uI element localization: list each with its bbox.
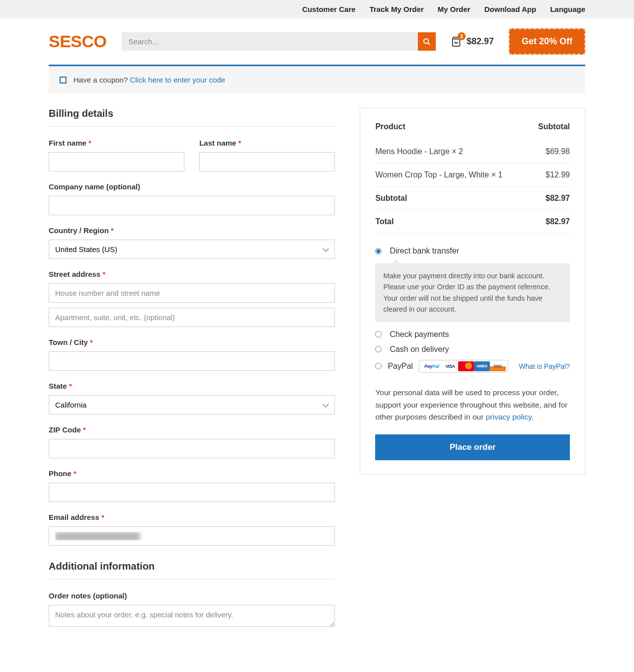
payment-radio-check[interactable]: [375, 331, 382, 337]
cart-link[interactable]: 3 $82.97: [451, 36, 494, 47]
payment-radio-bank[interactable]: [375, 248, 382, 254]
street-input-2[interactable]: [49, 308, 335, 327]
payment-radio-paypal[interactable]: [375, 363, 382, 369]
cart-total: $82.97: [467, 36, 494, 47]
company-input[interactable]: [49, 196, 335, 215]
coupon-link[interactable]: Click here to enter your code: [130, 76, 225, 84]
billing-heading: Billing details: [49, 108, 335, 119]
subtotal-row: Subtotal $82.97: [375, 187, 570, 210]
street-label: Street address *: [49, 270, 335, 278]
topbar-link-download-app[interactable]: Download App: [484, 5, 536, 13]
notes-textarea[interactable]: [49, 605, 335, 627]
payment-label-paypal[interactable]: PayPal: [388, 362, 413, 371]
billing-column: Billing details First name * Last name *…: [49, 108, 360, 640]
first-name-label: First name *: [49, 139, 184, 147]
privacy-policy-link[interactable]: privacy policy: [486, 413, 532, 421]
street-input-1[interactable]: [49, 283, 335, 303]
divider: [49, 126, 335, 127]
zip-label: ZIP Code *: [49, 425, 335, 434]
additional-heading: Additional information: [49, 561, 335, 572]
topbar: Customer Care Track My Order My Order Do…: [0, 0, 634, 18]
last-name-label: Last name *: [199, 139, 335, 147]
last-name-input[interactable]: [199, 152, 335, 171]
company-label: Company name (optional): [49, 182, 335, 191]
order-summary: Product Subtotal Mens Hoodie - Large × 2…: [360, 108, 585, 475]
subtotal-head: Subtotal: [538, 122, 570, 131]
total-row: Total $82.97: [375, 210, 570, 234]
search-button[interactable]: [418, 32, 436, 51]
order-item: Mens Hoodie - Large × 2 $69.98: [375, 140, 570, 164]
zip-input[interactable]: [49, 439, 335, 458]
email-input[interactable]: [49, 526, 335, 546]
coupon-icon: [60, 77, 67, 84]
payment-label-check[interactable]: Check payments: [390, 330, 449, 339]
divider: [49, 579, 335, 580]
topbar-link-customer-care[interactable]: Customer Care: [302, 5, 356, 13]
order-item-price: $12.99: [546, 170, 570, 179]
order-item-name: Women Crop Top - Large, White × 1: [375, 170, 502, 179]
first-name-input[interactable]: [49, 152, 184, 171]
state-select[interactable]: California: [49, 395, 335, 415]
place-order-button[interactable]: Place order: [375, 434, 570, 460]
product-head: Product: [375, 122, 405, 131]
coupon-bar: Have a coupon? Click here to enter your …: [49, 66, 585, 93]
coupon-prompt: Have a coupon?: [74, 76, 128, 84]
email-label: Email address *: [49, 513, 335, 521]
topbar-link-my-order[interactable]: My Order: [438, 5, 471, 13]
header: SESCO 3 $82.97 Get 20% Off: [39, 18, 595, 65]
svg-line-1: [428, 43, 430, 45]
country-label: Country / Region *: [49, 226, 335, 235]
phone-label: Phone *: [49, 469, 335, 478]
topbar-link-track-order[interactable]: Track My Order: [370, 5, 424, 13]
payment-label-bank[interactable]: Direct bank transfer: [390, 247, 459, 255]
phone-input[interactable]: [49, 483, 335, 502]
search-form: [122, 32, 436, 51]
payment-methods: Direct bank transfer Make your payment d…: [375, 244, 570, 376]
city-input[interactable]: [49, 351, 335, 371]
order-item: Women Crop Top - Large, White × 1 $12.99: [375, 164, 570, 187]
cart-badge: 3: [458, 32, 466, 40]
payment-bank-description: Make your payment directly into our bank…: [375, 263, 570, 322]
search-input[interactable]: [122, 32, 418, 51]
logo[interactable]: SESCO: [49, 32, 107, 51]
what-is-paypal-link[interactable]: What is PayPal?: [519, 362, 570, 370]
svg-point-0: [424, 39, 428, 43]
privacy-text: Your personal data will be used to proce…: [375, 387, 570, 423]
state-label: State *: [49, 382, 335, 390]
country-select[interactable]: United States (US): [49, 240, 335, 259]
order-item-name: Mens Hoodie - Large × 2: [375, 147, 463, 156]
order-item-price: $69.98: [546, 147, 570, 156]
paypal-cards-icon: PayPal VISA AMEX DISC: [419, 360, 508, 373]
payment-radio-cod[interactable]: [375, 346, 382, 352]
notes-label: Order notes (optional): [49, 591, 335, 600]
topbar-link-language[interactable]: Language: [550, 5, 585, 13]
payment-label-cod[interactable]: Cash on delivery: [390, 345, 449, 354]
promo-button[interactable]: Get 20% Off: [509, 28, 585, 55]
city-label: Town / City *: [49, 338, 335, 346]
search-icon: [423, 38, 431, 46]
